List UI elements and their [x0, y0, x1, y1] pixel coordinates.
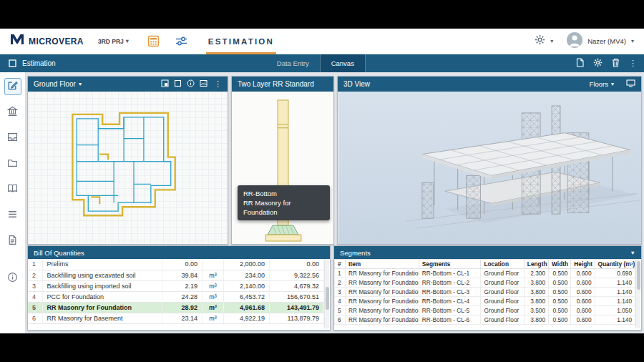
- segment-row[interactable]: 2RR Masonry for FoundationRR-Bottom - CL…: [335, 278, 635, 288]
- segment-row[interactable]: 1RR Masonry for FoundationRR-Bottom - CL…: [335, 269, 635, 278]
- letterbox-bottom: [0, 333, 644, 362]
- fullscreen-icon[interactable]: [626, 79, 635, 89]
- chevron-down-icon[interactable]: ▾: [631, 38, 634, 44]
- app-window: MICROVERA 3RD PRJ ▾ ESTIMATION ▾ Nazer (…: [0, 29, 644, 333]
- sliders-icon[interactable]: [175, 36, 187, 47]
- section-panel: Two Layer RR Standard RR-Bottom RR Mason…: [231, 76, 334, 245]
- microvera-logo-icon: [10, 34, 24, 48]
- tab-canvas[interactable]: Canvas: [320, 54, 366, 72]
- view3d-canvas[interactable]: [338, 92, 641, 245]
- floor-plan-title: Ground Floor: [34, 80, 76, 88]
- sidebar-item-inbox[interactable]: [4, 129, 21, 147]
- segment-row[interactable]: 4RR Masonry for FoundationRR-Bottom - CL…: [335, 297, 635, 306]
- workspace: Ground Floor ▾ ⋮: [0, 72, 644, 333]
- floor-plan-panel: Ground Floor ▾ ⋮: [27, 76, 228, 245]
- chevron-down-icon: ▾: [79, 81, 82, 87]
- boq-row[interactable]: 2Backfilling using excavated soil39.84m³…: [28, 270, 324, 280]
- segment-row[interactable]: 5RR Masonry for FoundationRR-Bottom - CL…: [335, 306, 635, 315]
- section-title: Two Layer RR Standard: [238, 80, 314, 88]
- info-icon: [7, 272, 18, 285]
- tooltip-item-name: RR Masonry for Foundation: [243, 198, 324, 217]
- calculator-icon[interactable]: [147, 35, 160, 47]
- boq-title: Bill Of Quantities: [34, 249, 84, 257]
- segments-table: #ItemSegmentsLocationLengthWidthHeightQu…: [334, 259, 635, 325]
- segment-row[interactable]: 3RR Masonry for FoundationRR-Bottom - CL…: [335, 288, 635, 297]
- project-selector[interactable]: 3RD PRJ ▾: [98, 38, 129, 45]
- info-icon[interactable]: [187, 79, 195, 89]
- boq-panel: Bill Of Quantities 1Prelims0.002,000.000…: [27, 245, 331, 331]
- floor-selector[interactable]: Ground Floor ▾: [34, 80, 82, 88]
- collapse-triangle-icon[interactable]: ▼: [630, 250, 635, 256]
- trash-icon[interactable]: [612, 57, 620, 70]
- kebab-menu-icon[interactable]: ⋮: [214, 79, 222, 89]
- tooltip-segment-name: RR-Bottom: [243, 189, 324, 198]
- view3d-title: 3D View: [343, 80, 370, 88]
- menu-lines-icon: [7, 209, 18, 222]
- sidebar-item-bank[interactable]: [4, 104, 21, 121]
- floor-plan-canvas[interactable]: [28, 92, 228, 245]
- breadcrumb: Estimation: [22, 59, 56, 67]
- floors-label: Floors: [590, 80, 608, 88]
- left-sidebar: [0, 72, 26, 333]
- sidebar-item-folder[interactable]: [4, 155, 21, 172]
- gear-icon[interactable]: [593, 57, 602, 70]
- boq-row[interactable]: 6RR Masonry for Basement23.14m³4,922.191…: [28, 313, 324, 323]
- brand-name: MICROVERA: [29, 36, 84, 47]
- boq-row[interactable]: 1Prelims0.002,000.000.00: [28, 259, 324, 270]
- view3d-panel: 3D View Floors ▾: [337, 76, 642, 245]
- user-name[interactable]: Nazer (MV4): [587, 37, 626, 45]
- floors-dropdown[interactable]: Floors ▾: [590, 80, 614, 88]
- bank-icon: [7, 106, 18, 119]
- segments-header: Segments ▼: [334, 246, 641, 259]
- boq-scrollbar[interactable]: [324, 259, 329, 328]
- segments-scrollbar[interactable]: [635, 259, 640, 328]
- estimation-module-icon: [9, 59, 16, 67]
- boq-row[interactable]: 4PCC for Foundation24.28m³6,453.72156,67…: [28, 291, 324, 302]
- chevron-down-icon: ▾: [611, 81, 614, 87]
- view3d-header: 3D View Floors ▾: [338, 77, 641, 92]
- sidebar-item-report[interactable]: [4, 233, 21, 250]
- sidebar-item-edit[interactable]: [4, 78, 21, 95]
- top-header-bar: MICROVERA 3RD PRJ ▾ ESTIMATION ▾ Nazer (…: [0, 29, 644, 54]
- chevron-down-icon[interactable]: ▾: [550, 38, 553, 44]
- segment-row[interactable]: 6RR Masonry for FoundationRR-Bottom - CL…: [335, 315, 635, 325]
- segments-table-body: 1RR Masonry for FoundationRR-Bottom - CL…: [335, 269, 635, 325]
- document-icon[interactable]: [576, 57, 584, 70]
- segments-table-wrap: #ItemSegmentsLocationLengthWidthHeightQu…: [334, 259, 641, 329]
- boq-row[interactable]: 3Backfilling using imported soil2.19m³2,…: [28, 280, 324, 291]
- boq-table: 1Prelims0.002,000.000.002Backfilling usi…: [28, 259, 324, 324]
- avatar[interactable]: [567, 32, 582, 51]
- sidebar-item-info[interactable]: [4, 270, 21, 287]
- document-icon: [7, 235, 18, 248]
- boq-row[interactable]: 5RR Masonry for Foundation28.92m³4,961.6…: [28, 302, 324, 313]
- sidebar-item-list[interactable]: [4, 207, 21, 224]
- boq-scroll-thumb[interactable]: [326, 287, 329, 310]
- rectangle-tool-icon[interactable]: [174, 79, 182, 89]
- inbox-icon: [7, 132, 18, 145]
- image-icon[interactable]: [200, 79, 208, 89]
- section-drawing: [232, 92, 334, 245]
- building-3d-drawing: [338, 92, 642, 245]
- open-book-icon: [7, 183, 18, 197]
- segments-scroll-thumb[interactable]: [637, 261, 640, 290]
- kebab-menu-icon[interactable]: ⋮: [629, 59, 637, 68]
- settings-gear-icon[interactable]: [535, 34, 545, 48]
- tab-data-entry[interactable]: Data Entry: [266, 54, 320, 72]
- segments-title: Segments: [340, 249, 371, 257]
- floor-plan-header: Ground Floor ▾ ⋮: [28, 77, 228, 92]
- section-canvas[interactable]: RR-Bottom RR Masonry for Foundation: [232, 92, 333, 245]
- view-tabs: Data Entry Canvas: [266, 54, 366, 72]
- secondary-toolbar: Estimation Data Entry Canvas ⋮: [0, 54, 644, 72]
- module-title: ESTIMATION: [206, 29, 276, 54]
- project-name: 3RD PRJ: [98, 38, 124, 45]
- overlay-icon[interactable]: [161, 79, 169, 89]
- section-header: Two Layer RR Standard: [232, 77, 333, 92]
- segment-tooltip: RR-Bottom RR Masonry for Foundation: [238, 185, 330, 220]
- segments-header-row: #ItemSegmentsLocationLengthWidthHeightQu…: [335, 260, 635, 269]
- segments-panel: Segments ▼ #ItemSegmentsLocationLengthWi…: [333, 245, 642, 331]
- boq-table-wrap: 1Prelims0.002,000.000.002Backfilling usi…: [28, 259, 330, 329]
- sidebar-item-library[interactable]: [4, 181, 21, 198]
- floor-plan-drawing: [28, 92, 228, 245]
- pencil-icon: [7, 80, 18, 94]
- letterbox-top: [0, 0, 644, 29]
